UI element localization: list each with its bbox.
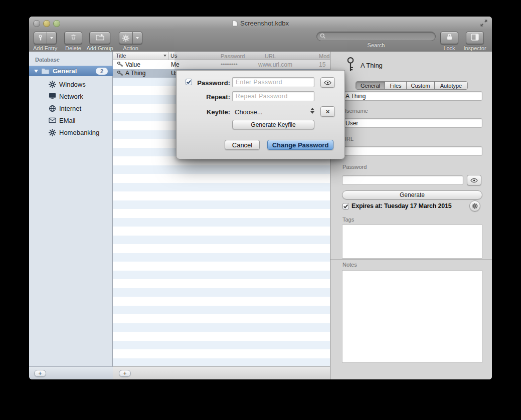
add-group-button[interactable] [89, 32, 110, 44]
inspector-item: Inspector [461, 32, 488, 51]
notes-section: Notes [330, 259, 492, 379]
expires-checkbox[interactable] [342, 203, 349, 209]
reveal-password-button[interactable] [467, 175, 481, 185]
add-group-footer-button[interactable]: + [34, 370, 46, 377]
password-field[interactable] [342, 175, 463, 185]
column-header-title[interactable]: Title [116, 53, 126, 59]
delete-button[interactable] [64, 32, 82, 44]
stepper-icon[interactable] [310, 108, 314, 114]
clear-keyfile-button[interactable]: × [320, 106, 335, 117]
close-button[interactable] [33, 20, 40, 27]
sidebar-item-homebanking[interactable]: Homebanking [29, 126, 113, 138]
close-icon: × [326, 108, 330, 115]
column-header-modified-dimmed: Mod [319, 53, 329, 59]
sidebar: Database General 2 Windows Network Inter… [29, 52, 113, 366]
sidebar-item-windows[interactable]: Windows [29, 78, 113, 90]
tags-field[interactable] [342, 225, 482, 259]
gear-icon [48, 128, 56, 136]
key-icon [117, 70, 123, 77]
notes-label: Notes [342, 262, 357, 268]
entry-modified-cell-dimmed: 15 [319, 61, 325, 68]
sidebar-group-general[interactable]: General 2 [29, 66, 113, 76]
sidebar-section-header: Database [35, 57, 60, 63]
password-settings-button[interactable] [469, 200, 480, 212]
window-title-text: Screenshot.kdbx [240, 20, 289, 27]
action-button[interactable] [119, 32, 142, 44]
tab-general[interactable]: General [356, 82, 385, 89]
change-password-sheet: Password: Repeat: Keyfile: Choose... × G… [176, 70, 345, 159]
username-field[interactable] [342, 118, 482, 128]
search-field[interactable] [316, 32, 436, 41]
sidebar-footer-bar: + [29, 366, 113, 379]
lock-icon [446, 33, 453, 43]
chevron-down-icon [133, 32, 142, 44]
search-input[interactable] [328, 33, 432, 41]
envelope-icon [48, 116, 56, 124]
key-icon [117, 61, 123, 68]
sheet-repeat-input[interactable] [232, 91, 314, 101]
column-header-password-dimmed: Password [221, 53, 245, 59]
action-label: Action [123, 45, 138, 51]
minimize-button[interactable] [43, 20, 50, 27]
window-title: Screenshot.kdbx [232, 20, 289, 27]
key-icon [344, 57, 357, 75]
change-password-button[interactable]: Change Password [267, 140, 333, 150]
notes-field[interactable] [342, 270, 482, 363]
keyfile-popup[interactable]: Choose... [235, 108, 263, 116]
dimmed-list-area [175, 52, 330, 70]
sidebar-item-label: Internet [59, 105, 81, 112]
document-icon [232, 20, 238, 27]
cancel-button[interactable]: Cancel [225, 140, 260, 150]
tab-files[interactable]: Files [385, 82, 407, 89]
password-label: Password: [192, 79, 230, 87]
add-entry-footer-button[interactable]: + [119, 370, 131, 377]
folder-plus-icon [96, 34, 104, 43]
sidebar-item-email[interactable]: EMail [29, 114, 113, 126]
sidebar-item-label: Windows [59, 81, 86, 88]
password-label: Password [342, 164, 367, 170]
reveal-password-button[interactable] [320, 77, 335, 88]
lock-label: Lock [443, 45, 455, 51]
sidebar-item-label: Homebanking [59, 129, 99, 136]
delete-label: Delete [65, 45, 81, 51]
add-group-label: Add Group [86, 45, 113, 51]
inspector-button[interactable] [466, 32, 484, 44]
gear-icon [472, 203, 478, 209]
zoom-button[interactable] [53, 20, 60, 27]
generate-password-button[interactable]: Generate [342, 190, 482, 199]
fullscreen-icon[interactable] [480, 19, 488, 27]
sheet-password-input[interactable] [232, 77, 314, 87]
tags-label: Tags [342, 217, 354, 223]
entry-password-cell-dimmed: •••••••• [221, 61, 238, 68]
action-item: Action [119, 32, 142, 51]
expires-label: Expires at: Tuesday 17 March 2015 [352, 202, 452, 209]
generate-keyfile-button[interactable]: Generate Keyfile [232, 120, 314, 129]
sidebar-item-network[interactable]: Network [29, 90, 113, 102]
inspector-entry-title: A Thing [361, 62, 383, 69]
eye-icon [470, 178, 478, 183]
add-entry-button[interactable] [34, 32, 57, 44]
column-divider[interactable] [168, 52, 169, 60]
delete-item: Delete [64, 32, 82, 51]
plus-icon: + [38, 370, 42, 376]
search-item: Search [316, 32, 436, 48]
sidebar-group-label: General [53, 67, 96, 75]
title-field[interactable] [342, 91, 482, 101]
sidebar-item-label: EMail [59, 117, 76, 124]
lock-button[interactable] [440, 32, 458, 44]
inspector-tabs: General Files Custom Autotype [356, 81, 468, 90]
folder-icon [41, 68, 50, 74]
keyfile-label: Keyfile: [192, 108, 230, 116]
search-label: Search [368, 42, 385, 48]
title-bar[interactable]: Screenshot.kdbx [29, 17, 492, 30]
tab-autotype[interactable]: Autotype [435, 82, 467, 89]
entry-url-cell-dimmed: www.url.com [258, 61, 292, 68]
entry-title-cell: A Thing [125, 70, 168, 77]
disclosure-triangle-icon[interactable] [34, 70, 38, 73]
sidebar-item-internet[interactable]: Internet [29, 102, 113, 114]
add-entry-item: Add Entry [33, 32, 57, 51]
tab-custom[interactable]: Custom [407, 82, 435, 89]
url-field[interactable] [342, 146, 482, 156]
repeat-label: Repeat: [192, 93, 230, 101]
list-footer-bar: + [113, 366, 330, 379]
